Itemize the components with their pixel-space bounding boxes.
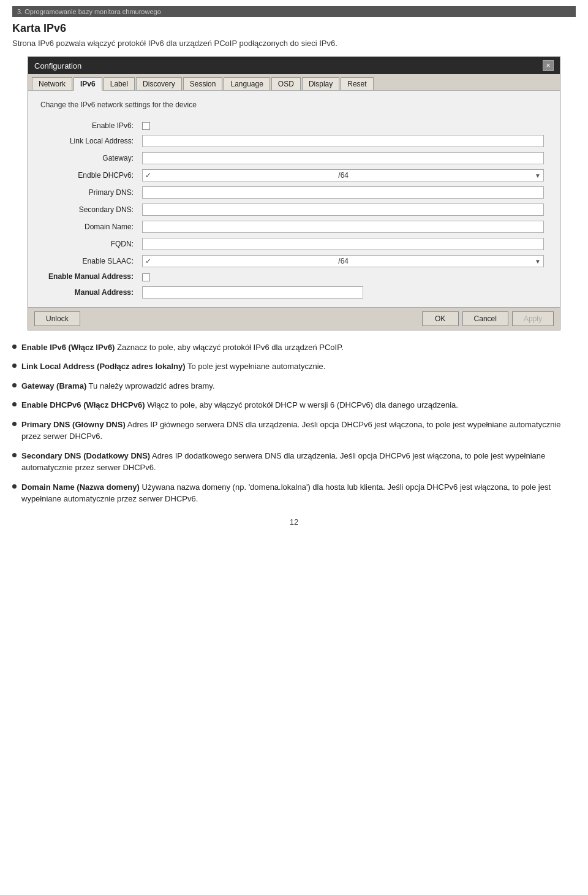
tab-session[interactable]: Session [183,77,223,90]
dialog-titlebar: Configuration × [28,57,560,74]
dialog-body: Change the IPv6 network settings for the… [28,91,560,307]
bullet-dot [12,383,17,387]
page-subtitle: Strona IPv6 pozwala włączyć protokół IPv… [12,39,576,48]
list-item: Gateway (Brama) Tu należy wprowadzić adr… [12,380,576,392]
bullet-dot [12,345,17,349]
label-domain-name: Domain Name: [40,218,138,235]
dialog-close-button[interactable]: × [543,60,554,71]
input-secondary-dns[interactable] [142,204,544,216]
footer-right: OK Cancel Apply [422,311,554,326]
checkbox-enable-manual-address[interactable] [142,273,150,281]
page-title: Karta IPv6 [12,22,576,35]
page-wrapper: 3. Oprogramowanie bazy monitora chmurowe… [0,0,588,545]
tab-label[interactable]: Label [104,77,135,90]
checkbox-enable-ipv6[interactable] [142,122,150,130]
input-fqdn[interactable] [142,238,544,250]
input-gateway[interactable] [142,152,544,164]
list-item: Domain Name (Nazwa domeny) Używana nazwa… [12,481,576,505]
field-enable-manual-address: Enable Manual Address: [40,270,548,283]
field-secondary-dns: Secondary DNS: [40,201,548,218]
input-primary-dns[interactable] [142,186,544,199]
label-dhcpv6: Endble DHCPv6: [40,167,138,184]
dialog-footer: Unlock OK Cancel Apply [28,307,560,330]
field-gateway: Gateway: [40,150,548,167]
field-manual-address: Manual Address: [40,284,548,301]
label-fqdn: FQDN: [40,235,138,253]
input-domain-name[interactable] [142,221,544,233]
list-item: Link Local Address (Podłącz adres lokaln… [12,360,576,373]
tab-display[interactable]: Display [302,77,339,90]
label-primary-dns: Primary DNS: [40,184,138,201]
bullet-dot [12,453,17,457]
input-link-local[interactable] [142,135,544,147]
tab-language[interactable]: Language [224,77,270,90]
label-enable-ipv6: Enable IPv6: [40,119,138,132]
label-gateway: Gateway: [40,150,138,167]
label-secondary-dns: Secondary DNS: [40,201,138,218]
input-manual-address[interactable] [142,286,363,299]
field-dhcpv6: Endble DHCPv6: ✓ /64 ▼ [40,167,548,184]
field-fqdn: FQDN: [40,235,548,253]
breadcrumb: 3. Oprogramowanie bazy monitora chmurowe… [12,6,576,17]
form-table: Enable IPv6: Link Local Address: [40,119,548,301]
list-item: Secondary DNS (Dodatkowy DNS) Adres IP d… [12,450,576,474]
list-item: Enable DHCPv6 (Włącz DHCPv6) Włącz to po… [12,399,576,411]
label-link-local: Link Local Address: [40,132,138,150]
dialog-section-title: Change the IPv6 network settings for the… [40,101,548,109]
dropdown-dhcpv6[interactable]: ✓ /64 ▼ [142,169,544,181]
label-manual-address: Manual Address: [40,284,138,301]
bullet-dot [12,402,17,406]
field-domain-name: Domain Name: [40,218,548,235]
list-item: Enable IPv6 (Włącz IPv6) Zaznacz to pole… [12,341,576,354]
bullet-list: Enable IPv6 (Włącz IPv6) Zaznacz to pole… [12,341,576,505]
label-slaac: Enable SLAAC: [40,253,138,270]
field-slaac: Enable SLAAC: ✓ /64 ▼ [40,253,548,270]
field-enable-ipv6: Enable IPv6: [40,119,548,132]
bullet-dot [12,364,17,368]
bullet-dot [12,422,17,426]
footer-left: Unlock [34,311,80,326]
tab-network[interactable]: Network [32,77,72,90]
config-dialog: Configuration × Network IPv6 Label Disco… [28,56,560,330]
tab-ipv6[interactable]: IPv6 [74,77,102,91]
ok-button[interactable]: OK [422,311,459,326]
field-link-local-address: Link Local Address: [40,132,548,150]
dialog-title: Configuration [34,61,81,70]
unlock-button[interactable]: Unlock [34,311,80,326]
dropdown-slaac[interactable]: ✓ /64 ▼ [142,255,544,267]
tab-osd[interactable]: OSD [271,77,301,90]
dialog-tabs: Network IPv6 Label Discovery Session Lan… [28,74,560,91]
label-enable-manual-address: Enable Manual Address: [40,270,138,283]
field-primary-dns: Primary DNS: [40,184,548,201]
cancel-button[interactable]: Cancel [462,311,508,326]
apply-button[interactable]: Apply [512,311,554,326]
tab-discovery[interactable]: Discovery [136,77,182,90]
list-item: Primary DNS (Główny DNS) Adres IP główne… [12,419,576,443]
bullet-dot [12,484,17,489]
page-number: 12 [12,517,576,527]
tab-reset[interactable]: Reset [341,77,373,90]
